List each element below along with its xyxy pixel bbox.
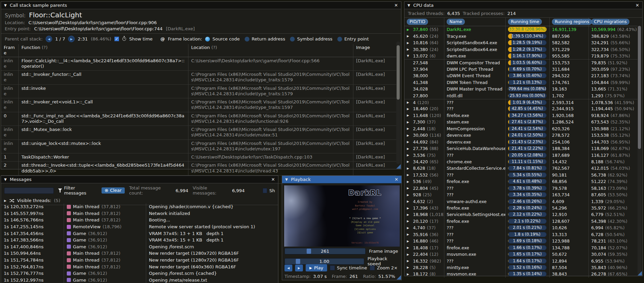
message-row[interactable]: 1s 152,912,997ns Game (36,912) Opening /…: [1, 277, 278, 283]
pid-cell[interactable]: ▶ 37,840 (55): [404, 26, 444, 33]
expand-icon[interactable]: ▶: [407, 226, 411, 230]
expand-icon[interactable]: ▶: [407, 200, 411, 203]
expand-icon[interactable]: ▶: [407, 253, 411, 256]
pid-cell[interactable]: ▶ 4,632 (2): [404, 198, 444, 204]
radio-icon[interactable]: [290, 37, 295, 41]
process-row[interactable]: ▶ 4,740 (37) ??? 2.01 s (0.21%) 10,626: [404, 224, 638, 231]
pid-cell[interactable]: ▶ 3,536 (75): [404, 152, 444, 158]
expand-icon[interactable]: ▶: [407, 41, 411, 45]
process-row[interactable]: 34,028 DWM Master Input Thread 799.64 ms…: [404, 86, 638, 92]
col-cpu-migrations[interactable]: CPU migrations: [591, 19, 629, 25]
process-row[interactable]: ▶ 22,404 (12) msvsmon.exe 1.65 s (0.17%)…: [404, 251, 638, 257]
expand-icon[interactable]: ▶: [407, 28, 411, 31]
process-row[interactable]: ▶ 45,620 (24) Tracy.exe 1:39.5 (10.34%) …: [404, 33, 638, 39]
expand-icon[interactable]: ▶: [407, 246, 411, 249]
function-cell[interactable]: std::_Mutex_base::lock: [19, 126, 188, 140]
pid-cell[interactable]: ▶ 44,692 (84): [404, 138, 444, 145]
callstack-row[interactable]: inline std::_Invoker_ret<void,1>::_Call …: [1, 98, 396, 112]
expand-icon[interactable]: ▶: [407, 48, 411, 51]
function-cell[interactable]: TaskDispatch::Worker: [19, 153, 188, 162]
process-row[interactable]: ▶ 17,396 (43) firefox.exe 2.28 s (0.24%)…: [404, 205, 638, 211]
col-location[interactable]: Location (?): [188, 44, 353, 57]
resize-grip[interactable]: [638, 271, 642, 276]
callstack-row[interactable]: inline std::invoke C:\Program Files (x86…: [1, 85, 396, 99]
process-row[interactable]: ▶ 18,968 (1,018) ServiceHub.SettingsHost…: [404, 211, 638, 218]
expand-icon[interactable]: ▶: [4, 199, 6, 202]
pid-cell[interactable]: ▶ 18,460 (20): [404, 105, 444, 112]
process-row[interactable]: ▶ 34,420 (65) chrome.exe 11.11 s (1.15%)…: [404, 159, 638, 165]
expand-icon[interactable]: ▶: [407, 167, 411, 170]
message-row[interactable]: 1s 150,994,64ns Main thread (37,812) New…: [1, 250, 278, 257]
col-image[interactable]: Image: [353, 44, 396, 57]
expand-icon[interactable]: ▶: [407, 134, 411, 137]
pid-cell[interactable]: 27,548: [404, 60, 444, 66]
expand-icon[interactable]: ▶: [407, 186, 411, 190]
pid-cell[interactable]: ▶ 20,120 (17): [404, 218, 444, 224]
pid-cell[interactable]: 37,904: [404, 66, 444, 72]
collapse-icon[interactable]: ▼: [4, 4, 7, 7]
expand-icon[interactable]: ▶: [407, 213, 411, 216]
pid-cell[interactable]: ▶ 22,404 (12): [404, 251, 444, 257]
collapse-icon[interactable]: ▼: [408, 4, 410, 7]
pid-cell[interactable]: 27,800: [404, 92, 444, 99]
pid-cell[interactable]: ▶ 18,172 (8): [404, 271, 444, 277]
radio-option[interactable]: Source code: [205, 36, 240, 41]
callstack-row[interactable]: 2 std::thread::_Invoke<std::tuple<<lambd…: [1, 162, 396, 176]
col-pid-tid[interactable]: PID/TID: [407, 19, 428, 25]
pid-cell[interactable]: ▶ 17,532 (56): [404, 172, 444, 178]
pid-cell[interactable]: ▼ 13,072 (6): [404, 53, 444, 59]
close-icon[interactable]: ✕: [395, 177, 398, 182]
filter-input[interactable]: [4, 187, 54, 194]
pid-cell[interactable]: ▶ 22,804 (45): [404, 185, 444, 192]
message-row[interactable]: 1s 151,754,784ns Main thread (37,812) Ne…: [1, 257, 278, 264]
process-row[interactable]: ▶ 16,332 (982) ??? 1.64 s (0.17%) 12,894: [404, 257, 638, 264]
process-row[interactable]: 27,800 ntdll.dll 25.93 ms (0.00%) 1,702: [404, 92, 638, 99]
pid-cell[interactable]: ▶ 4 (120): [404, 99, 444, 105]
process-row[interactable]: ▶ 4 (120) ??? 1:01.9 (6.43%) 2,593,314: [404, 99, 638, 105]
pid-cell[interactable]: 41,348: [404, 79, 444, 86]
message-row[interactable]: 1s 152,764,817ns Main thread (37,812) Ne…: [1, 263, 278, 270]
callstack-row[interactable]: 0 std::_Func_impl_no_alloc<<lambda_5bc22…: [1, 112, 396, 126]
callstack-row[interactable]: inline std::unique_lock<std::mutex>::loc…: [1, 140, 396, 154]
expand-icon[interactable]: ▶: [407, 153, 411, 157]
callstack-scrollbar[interactable]: [396, 41, 400, 164]
process-row[interactable]: ▶ 18,460 (20) ??? 42.85 s (4.45%) 2,344,…: [404, 105, 638, 112]
collapse-icon[interactable]: ▼: [285, 178, 288, 181]
message-row[interactable]: 1s 152,776,777ns Game (36,912) Opening /…: [1, 270, 278, 277]
process-row[interactable]: 27,548 DWM Compositor Thread 1:03.5 (6.6…: [404, 59, 638, 66]
pid-cell[interactable]: ▶ 11,648 (120): [404, 112, 444, 119]
expand-icon[interactable]: ▶: [407, 233, 411, 236]
expand-icon[interactable]: ▶: [407, 114, 411, 117]
radio-icon[interactable]: [245, 37, 249, 41]
pid-cell[interactable]: ▶ 35,916 (36): [404, 231, 444, 238]
expand-icon[interactable]: ▶: [407, 180, 411, 183]
col-function[interactable]: Function (?): [19, 44, 188, 57]
close-icon[interactable]: ✕: [635, 3, 639, 7]
message-row[interactable]: 1s 120,333,272ns Main thread (37,812) Op…: [1, 203, 278, 210]
process-row[interactable]: ▶ 37,840 (55) DarkRL.exe 33:30.8 (208.96…: [404, 26, 638, 33]
expand-icon[interactable]: ▶: [407, 107, 411, 111]
resize-grip[interactable]: [397, 275, 401, 280]
pid-cell[interactable]: ▶ 34,420 (65): [404, 159, 444, 165]
message-row[interactable]: 1s 145,557,997ns Main thread (37,812) Ne…: [1, 210, 278, 217]
callstack-row[interactable]: inline std::_Mutex_base::lock C:\Program…: [1, 126, 396, 140]
pid-cell[interactable]: ▶ 28,228 (5): [404, 264, 444, 271]
col-running-regions[interactable]: Running regions: [552, 19, 592, 25]
pid-cell[interactable]: ▶ 30,380 (24): [404, 46, 444, 52]
pid-cell[interactable]: ▶ 8,628 (18): [404, 165, 444, 171]
callstack-row[interactable]: 1 TaskDispatch::Worker C:\Users\wolf\Des…: [1, 153, 396, 162]
show-time-checkbox[interactable]: ✓: [114, 36, 119, 41]
step-forward-button[interactable]: ▶: [295, 265, 303, 271]
collapse-icon[interactable]: ▼: [4, 178, 7, 181]
resize-grip[interactable]: [396, 164, 401, 169]
clear-button[interactable]: ⊗ Clear: [102, 187, 125, 194]
process-row[interactable]: ▶ 3,536 (75) ??? 20.05 s (2.08%) 187,689: [404, 152, 638, 158]
expand-icon[interactable]: ▶: [407, 147, 411, 150]
callstack-titlebar[interactable]: ▼ Call stack sample parents ✕: [1, 2, 401, 9]
process-row[interactable]: ▶ 27,736 (88) ServiceHub.DataWarehouse 2…: [404, 145, 638, 152]
process-row[interactable]: ▶ 18,172 (8) msvsmon.exe 1.35 s (0.14%) …: [404, 271, 638, 277]
scrollbar-thumb[interactable]: [638, 26, 641, 149]
message-row[interactable]: 1s 146,576,766ns Main thread (37,812) Bo…: [1, 217, 278, 223]
expand-icon[interactable]: ▶: [407, 34, 411, 38]
pid-cell[interactable]: ▶ 30,060 (116): [404, 132, 444, 138]
